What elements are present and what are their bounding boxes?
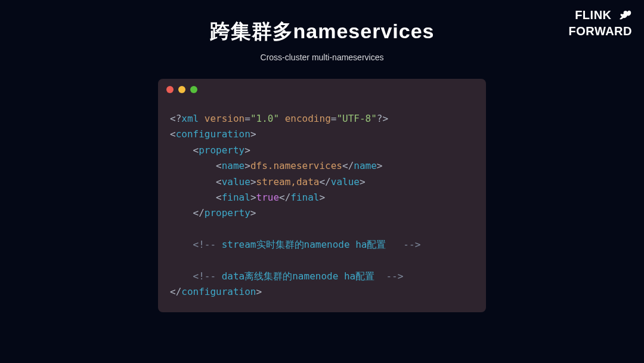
lt: < (216, 176, 222, 187)
squirrel-icon (617, 9, 632, 25)
gt: > (319, 192, 325, 203)
tag-name-close: name (354, 160, 377, 171)
lt: < (216, 192, 222, 203)
tag-final-close: final (290, 192, 319, 203)
lt-slash: </ (279, 192, 290, 203)
comment-open: <!-- (193, 270, 222, 282)
tag-value-open: value (222, 176, 250, 187)
indent (170, 176, 216, 187)
xml-decl-name: xml (181, 113, 199, 124)
lt: < (170, 128, 176, 140)
tag-property-open: property (199, 144, 244, 156)
gt: > (244, 160, 250, 171)
slide-subtitle: Cross-cluster multi-nameservices (0, 53, 644, 62)
val-version: "1.0" (250, 113, 279, 124)
gt: > (377, 160, 383, 171)
minimize-icon (178, 86, 185, 93)
comment-open: <!-- (193, 239, 222, 250)
val-encoding: "UTF-8" (336, 113, 376, 124)
window-titlebar (158, 79, 486, 100)
tag-configuration-close: configuration (181, 286, 256, 297)
indent (170, 160, 216, 171)
slide-title: 跨集群多nameservices (0, 18, 644, 45)
gt: > (244, 144, 250, 156)
comment-close: --> (398, 239, 421, 250)
logo-line1: FLINK (575, 9, 611, 21)
space (199, 113, 205, 124)
lt-slash: </ (193, 207, 205, 219)
gt: > (250, 192, 256, 203)
lt: < (216, 160, 222, 171)
indent (170, 207, 193, 219)
val-true: true (256, 192, 280, 203)
attr-encoding: encoding (285, 113, 331, 124)
val-streamdata: stream,data (256, 176, 320, 187)
gt: > (256, 286, 262, 297)
comment-close: --> (380, 270, 404, 282)
indent (170, 144, 193, 156)
attr-version: version (205, 113, 244, 124)
tag-name-open: name (222, 160, 245, 171)
indent (170, 192, 216, 203)
comment2-text: data离线集群的namenode ha配置 (222, 270, 380, 282)
title-block: 跨集群多nameservices Cross-cluster multi-nam… (0, 0, 644, 62)
gt: > (250, 207, 256, 219)
eq: = (331, 113, 337, 124)
space (279, 113, 285, 124)
tag-final-open: final (222, 192, 250, 203)
gt: > (250, 176, 256, 187)
indent (170, 239, 193, 250)
lt-slash: </ (342, 160, 354, 171)
flink-forward-logo: FLINK FORWARD (569, 9, 632, 37)
logo-line2: FORWARD (569, 25, 632, 37)
code-content: <?xml version="1.0" encoding="UTF-8"?> <… (158, 100, 486, 300)
val-nameservices: dfs.nameservices (250, 160, 342, 171)
gt: > (250, 128, 256, 140)
zoom-icon (190, 86, 197, 93)
tag-property-close: property (205, 207, 250, 219)
tag-configuration-open: configuration (176, 128, 250, 140)
xml-decl-close: ?> (377, 113, 388, 124)
gt: > (360, 176, 366, 187)
close-icon (166, 86, 174, 93)
lt-slash: </ (319, 176, 330, 187)
lt: < (193, 144, 199, 156)
xml-decl-open: <? (170, 113, 181, 124)
lt-slash: </ (170, 286, 181, 297)
tag-value-close: value (331, 176, 360, 187)
indent (170, 270, 193, 282)
eq: = (244, 113, 250, 124)
comment1-text: stream实时集群的namenode ha配置 (222, 239, 398, 250)
code-window: <?xml version="1.0" encoding="UTF-8"?> <… (158, 79, 486, 312)
